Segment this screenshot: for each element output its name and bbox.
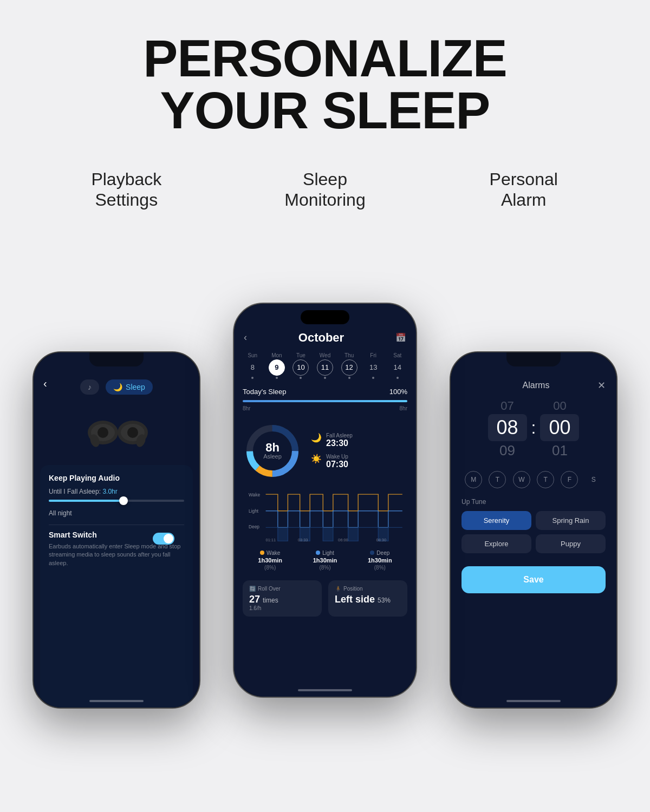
close-button[interactable]: ✕	[597, 379, 606, 391]
tune-spring-rain[interactable]: Spring Rain	[536, 511, 606, 530]
sleep-start-label: 8hr	[243, 405, 250, 411]
smart-switch-toggle[interactable]	[153, 533, 174, 545]
title-line2: YOUR SLEEP	[160, 81, 490, 139]
day-thu[interactable]: Thu 12	[338, 352, 360, 379]
legend-wake: Wake 1h30min (8%)	[258, 550, 282, 571]
sleep-slider-track[interactable]	[49, 500, 184, 502]
today-sleep-bar: Today's Sleep 100%	[234, 382, 416, 398]
svg-point-6	[127, 427, 138, 438]
day-mon[interactable]: Mon 9	[266, 352, 288, 379]
tune-explore[interactable]: Explore	[461, 534, 531, 553]
center-home-bar	[298, 689, 352, 691]
phone-left-screen: ‹ ♪ 🌙 Sleep	[34, 352, 199, 708]
save-button[interactable]: Save	[461, 566, 606, 593]
panel-title: Keep Playing Audio	[49, 474, 184, 482]
smart-switch-section: Smart Switch Earbuds automatically enter…	[49, 531, 184, 567]
sleep-graph-section: Wake Light Deep 01:11 03:33 06:00	[234, 486, 416, 546]
day-W[interactable]: W	[513, 471, 530, 488]
wake-up-detail: ☀️ Wake Up 07:30	[311, 454, 407, 469]
week-days: Sun 8 Mon 9 Tue 10 Wed	[234, 349, 416, 382]
center-back-arrow[interactable]: ‹	[244, 332, 247, 343]
svg-text:06:00: 06:00	[338, 538, 348, 542]
day-M[interactable]: M	[465, 471, 482, 488]
back-arrow-icon[interactable]: ‹	[43, 377, 47, 390]
fall-asleep-detail-time: 23:30	[326, 438, 353, 448]
legend-light: Light 1h30min (8%)	[313, 550, 337, 571]
day-tue[interactable]: Tue 10	[290, 352, 312, 379]
day-T1[interactable]: T	[489, 471, 506, 488]
svg-text:01:11: 01:11	[266, 538, 276, 542]
day-F[interactable]: F	[561, 471, 578, 488]
roll-over-card: 🔄 Roll Over 27 times 1.6/h	[243, 580, 322, 617]
time-colon: :	[531, 418, 536, 440]
sleep-progress-fill	[243, 400, 407, 402]
day-sat[interactable]: Sat 14	[386, 352, 408, 379]
tab-music[interactable]: ♪	[80, 379, 99, 395]
music-icon: ♪	[88, 383, 92, 391]
svg-text:8h: 8h	[265, 441, 280, 454]
wake-up-detail-label: Wake Up	[326, 454, 348, 460]
section-labels: PlaybackSettings SleepMonitoring Persona…	[27, 169, 623, 211]
main-title: PERSONALIZE YOUR SLEEP	[143, 32, 507, 136]
right-phone-content: Alarms ✕ 07 08 09 :	[451, 352, 616, 708]
svg-point-2	[98, 427, 108, 438]
left-home-bar	[89, 700, 144, 702]
tune-puppy[interactable]: Puppy	[536, 534, 606, 553]
hours-column[interactable]: 07 08 09	[488, 399, 527, 459]
fall-asleep-value: 3.0hr	[102, 488, 117, 495]
light-dot	[316, 551, 320, 555]
alarms-title: Alarms	[474, 381, 597, 390]
svg-text:Asleep: Asleep	[263, 453, 282, 460]
day-fri[interactable]: Fri 13	[362, 352, 385, 379]
roll-over-icon: 🔄	[249, 586, 256, 592]
day-sun[interactable]: Sun 8	[242, 352, 264, 379]
moon-detail-icon: 🌙	[311, 433, 322, 443]
title-line1: PERSONALIZE	[143, 29, 507, 87]
sleep-details: 🌙 Fall Asleep 23:30 ☀️ Wake Up 07:30	[311, 433, 407, 469]
fall-asleep-row: Until I Fall Asleep: 3.0hr	[49, 488, 184, 495]
right-phone-notch	[506, 352, 561, 366]
wake-up-tune-label: Up Tune	[461, 498, 606, 506]
today-sleep-pct: 100%	[389, 388, 407, 396]
tab-sleep-label: Sleep	[126, 383, 145, 391]
tab-sleep[interactable]: 🌙 Sleep	[106, 379, 153, 395]
roll-over-label: Roll Over	[258, 586, 281, 592]
fall-asleep-label: Until I Fall Asleep:	[49, 488, 101, 495]
wake-up-detail-time: 07:30	[326, 460, 348, 469]
sleep-graph-svg: Wake Light Deep 01:11 03:33 06:00	[243, 488, 407, 543]
svg-text:08:30: 08:30	[376, 538, 387, 542]
fall-asleep-detail: 🌙 Fall Asleep 23:30	[311, 433, 407, 448]
legend-deep: Deep 1h30min (8%)	[368, 550, 392, 571]
right-home-bar	[506, 700, 561, 702]
left-phone-content: ‹ ♪ 🌙 Sleep	[34, 352, 199, 708]
phone-left: ‹ ♪ 🌙 Sleep	[32, 351, 200, 709]
deep-dot	[370, 551, 374, 555]
svg-text:Light: Light	[249, 508, 259, 513]
slider-fill	[49, 500, 123, 502]
sleep-donut-chart: 8h Asleep	[243, 421, 302, 481]
earbuds-image	[34, 405, 199, 460]
day-S[interactable]: S	[585, 471, 602, 488]
top-bar-tabs: ♪ 🌙 Sleep	[80, 379, 153, 395]
svg-text:Deep: Deep	[249, 524, 259, 529]
sleep-end-label: 8hr	[400, 405, 407, 411]
moon-icon: 🌙	[113, 383, 122, 391]
day-T2[interactable]: T	[537, 471, 554, 488]
dynamic-island	[301, 310, 349, 324]
page-wrapper: PERSONALIZE YOUR SLEEP PlaybackSettings …	[0, 0, 650, 812]
calendar-icon[interactable]: 📅	[395, 332, 406, 343]
sleep-progress-track	[243, 400, 407, 402]
position-card: 🧍 Position Left side 53%	[328, 580, 407, 617]
day-wed[interactable]: Wed 11	[314, 352, 336, 379]
minutes-column[interactable]: 00 00 01	[540, 399, 579, 459]
tune-serenity[interactable]: Serenity	[461, 511, 531, 530]
svg-text:Wake: Wake	[249, 492, 260, 497]
phone-right: Alarms ✕ 07 08 09 :	[450, 351, 618, 709]
fall-asleep-detail-label: Fall Asleep	[326, 433, 353, 438]
label-sleep: SleepMonitoring	[226, 169, 425, 211]
roll-over-rate: 1.6/h	[249, 605, 315, 611]
today-sleep-label: Today's Sleep	[243, 388, 287, 396]
position-icon: 🧍	[335, 586, 341, 592]
phone-center-screen: ‹ October 📅 Sun 8 Mon 9	[234, 304, 416, 697]
slider-thumb[interactable]	[119, 496, 128, 505]
